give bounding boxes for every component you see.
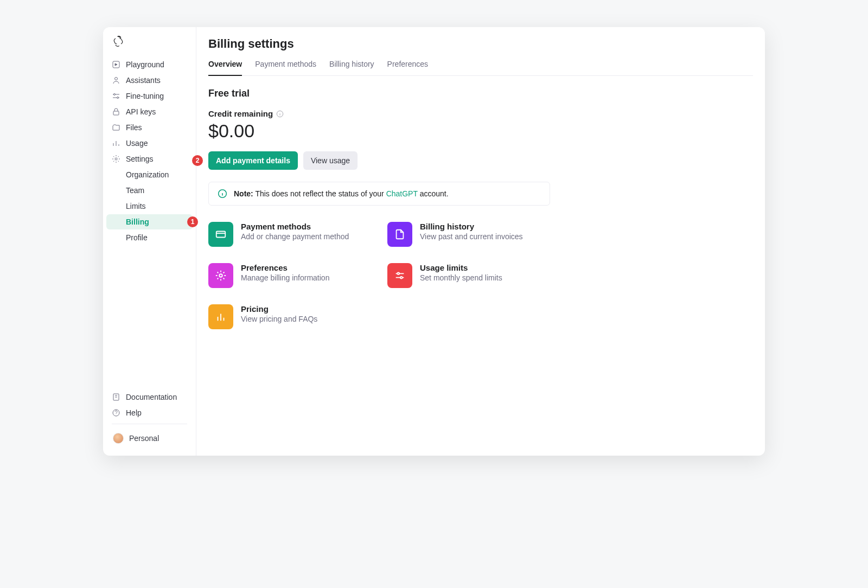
- sidebar-sub-limits[interactable]: Limits: [106, 199, 193, 214]
- files-icon: [112, 123, 120, 132]
- svg-point-1: [115, 78, 118, 80]
- tab-label: Payment methods: [255, 60, 316, 68]
- card-desc: View past and current invoices: [420, 232, 523, 241]
- card-icon: [208, 222, 233, 247]
- tab-payment-methods[interactable]: Payment methods: [255, 56, 316, 75]
- finetuning-icon: [112, 92, 120, 100]
- tab-overview[interactable]: Overview: [208, 56, 242, 76]
- card-text: Usage limitsSet monthly spend limits: [420, 263, 502, 288]
- card-desc: Set monthly spend limits: [420, 273, 502, 282]
- cards-grid: Payment methodsAdd or change payment met…: [208, 222, 753, 329]
- trial-title: Free trial: [208, 88, 753, 99]
- sidebar-item-apikeys[interactable]: API keys: [106, 104, 193, 119]
- chatgpt-link[interactable]: ChatGPT: [386, 189, 418, 198]
- sliders-icon: [387, 263, 412, 288]
- card-title: Usage limits: [420, 263, 502, 272]
- sidebar-sub-organization[interactable]: Organization: [106, 167, 193, 182]
- profile-switcher[interactable]: Personal: [106, 427, 193, 449]
- playground-icon: [112, 60, 120, 69]
- credit-remaining-label: Credit remaining: [208, 109, 753, 118]
- note-before: This does not reflect the status of your: [253, 189, 386, 198]
- view-usage-button[interactable]: View usage: [303, 151, 358, 170]
- card-pricing[interactable]: PricingView pricing and FAQs: [208, 304, 387, 329]
- card-title: Payment methods: [241, 222, 349, 231]
- assistants-icon: [112, 76, 120, 85]
- info-icon[interactable]: [276, 110, 284, 118]
- sidebar-item-label: Help: [126, 408, 142, 417]
- svg-point-2: [114, 94, 116, 95]
- note-after: account.: [418, 189, 449, 198]
- card-desc: Manage billing information: [241, 273, 329, 282]
- book-icon: [112, 393, 120, 401]
- tab-label: Billing history: [329, 60, 374, 68]
- sidebar-item-files[interactable]: Files: [106, 120, 193, 135]
- svg-point-11: [219, 274, 222, 277]
- sidebar-item-settings[interactable]: Settings: [106, 151, 193, 167]
- sidebar-item-label: Profile: [126, 233, 148, 242]
- sidebar-sub-profile[interactable]: Profile: [106, 230, 193, 245]
- card-text: Billing historyView past and current inv…: [420, 222, 523, 247]
- card-preferences[interactable]: PreferencesManage billing information: [208, 263, 387, 288]
- card-desc: Add or change payment method: [241, 232, 349, 241]
- header: Billing settings Overview Payment method…: [196, 27, 765, 76]
- sidebar-item-usage[interactable]: Usage: [106, 136, 193, 151]
- card-desc: View pricing and FAQs: [241, 315, 317, 323]
- profile-label: Personal: [129, 434, 159, 443]
- sidebar-item-label: Documentation: [126, 393, 177, 401]
- sidebar: Playground Assistants Fine-tuning API ke…: [103, 27, 196, 456]
- button-row: 2 Add payment details View usage: [208, 151, 753, 170]
- credit-label-text: Credit remaining: [208, 109, 273, 118]
- note-box: Note: This does not reflect the status o…: [208, 182, 550, 206]
- tab-label: Overview: [208, 60, 242, 68]
- sidebar-item-label: Playground: [126, 60, 164, 69]
- svg-point-3: [117, 97, 119, 99]
- add-payment-button[interactable]: Add payment details: [208, 151, 298, 170]
- card-payment-methods[interactable]: Payment methodsAdd or change payment met…: [208, 222, 387, 247]
- sidebar-item-label: Usage: [126, 139, 148, 148]
- credit-amount: $0.00: [208, 120, 753, 142]
- openai-icon: [113, 36, 124, 47]
- sidebar-item-label: Limits: [126, 202, 146, 210]
- card-text: PricingView pricing and FAQs: [241, 304, 317, 329]
- sidebar-item-label: Fine-tuning: [126, 92, 164, 100]
- sidebar-item-help[interactable]: Help: [106, 405, 193, 420]
- sidebar-item-playground[interactable]: Playground: [106, 57, 193, 72]
- svg-rect-4: [113, 111, 119, 115]
- tab-billing-history[interactable]: Billing history: [329, 56, 374, 75]
- gear-icon: [112, 155, 120, 163]
- app-window: Playground Assistants Fine-tuning API ke…: [103, 27, 765, 456]
- card-title: Billing history: [420, 222, 523, 231]
- help-icon: [112, 408, 120, 417]
- card-billing-history[interactable]: Billing historyView past and current inv…: [387, 222, 566, 247]
- tab-label: Preferences: [387, 60, 428, 68]
- annotation-badge-1: 1: [187, 216, 198, 227]
- svg-rect-10: [216, 232, 226, 238]
- card-usage-limits[interactable]: Usage limitsSet monthly spend limits: [387, 263, 566, 288]
- sidebar-bottom: Documentation Help Personal: [103, 389, 196, 449]
- sidebar-sub-billing[interactable]: Billing 1: [106, 214, 193, 229]
- tabs: Overview Payment methods Billing history…: [208, 56, 753, 76]
- sidebar-item-assistants[interactable]: Assistants: [106, 73, 193, 88]
- card-text: Payment methodsAdd or change payment met…: [241, 222, 349, 247]
- tab-preferences[interactable]: Preferences: [387, 56, 428, 75]
- chart-icon: [208, 304, 233, 329]
- info-icon: [218, 189, 227, 199]
- svg-point-12: [397, 273, 399, 275]
- nav: Playground Assistants Fine-tuning API ke…: [103, 56, 196, 389]
- note-text: Note: This does not reflect the status o…: [234, 189, 449, 198]
- sidebar-item-label: Settings: [126, 155, 154, 163]
- svg-point-5: [115, 158, 117, 160]
- sidebar-item-label: Billing: [126, 218, 149, 226]
- sidebar-item-finetuning[interactable]: Fine-tuning: [106, 88, 193, 104]
- note-prefix: Note:: [234, 189, 253, 198]
- card-title: Pricing: [241, 304, 317, 314]
- sidebar-sub-team[interactable]: Team: [106, 183, 193, 198]
- chart-icon: [112, 139, 120, 148]
- logo: [103, 34, 196, 56]
- gear-icon: [208, 263, 233, 288]
- sidebar-item-documentation[interactable]: Documentation: [106, 389, 193, 405]
- annotation-badge-2: 2: [192, 155, 203, 166]
- content: Free trial Credit remaining $0.00 2 Add …: [196, 76, 765, 341]
- main: Billing settings Overview Payment method…: [196, 27, 765, 456]
- sidebar-item-label: Assistants: [126, 76, 161, 85]
